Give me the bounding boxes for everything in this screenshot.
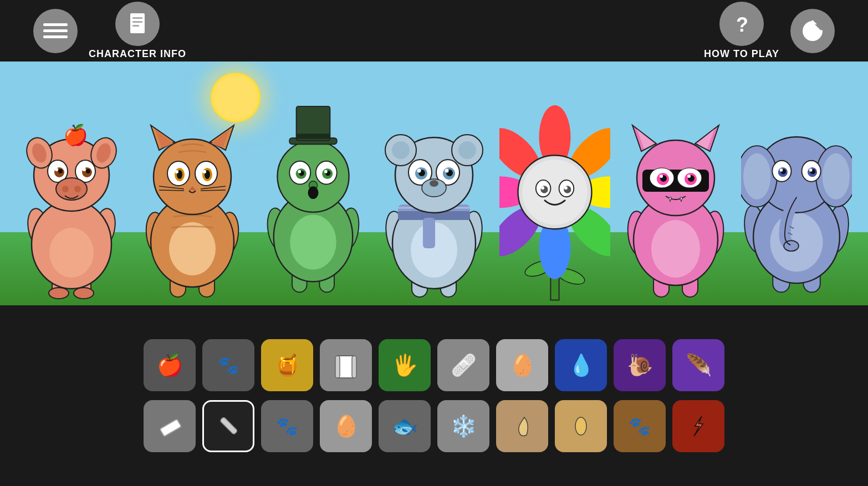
svg-point-91 — [392, 141, 410, 159]
svg-rect-6 — [132, 25, 139, 27]
tool-scroll[interactable] — [320, 339, 372, 391]
svg-line-57 — [201, 190, 226, 191]
svg-point-99 — [417, 169, 421, 173]
svg-point-153 — [743, 153, 770, 199]
svg-point-115 — [522, 160, 588, 225]
tool-honeycomb[interactable]: 🍯 — [261, 339, 313, 391]
tool-cloud[interactable]: ❄️ — [437, 400, 489, 452]
svg-point-39 — [169, 222, 216, 275]
svg-point-71 — [298, 170, 301, 173]
svg-line-55 — [159, 190, 184, 191]
tool-egg-gray[interactable]: 🥚 — [320, 400, 372, 452]
tool-snail[interactable]: 🐌 — [614, 339, 666, 391]
svg-point-162 — [809, 168, 813, 172]
svg-point-72 — [324, 170, 328, 173]
tool-egg[interactable]: 🥚 — [496, 339, 548, 391]
svg-rect-0 — [43, 23, 68, 26]
characters-area: 🍎 — [0, 73, 868, 305]
tool-seed[interactable] — [555, 400, 607, 452]
svg-rect-167 — [335, 356, 340, 378]
svg-point-140 — [660, 175, 663, 178]
svg-point-32 — [74, 186, 81, 192]
svg-point-154 — [823, 153, 850, 199]
svg-point-171 — [575, 417, 586, 435]
svg-text:?: ? — [736, 13, 748, 36]
svg-rect-2 — [43, 35, 68, 38]
pink-cat-character[interactable] — [620, 95, 731, 305]
svg-point-31 — [62, 186, 69, 192]
svg-point-100 — [445, 169, 449, 173]
svg-rect-86 — [423, 218, 435, 248]
svg-point-63 — [290, 215, 336, 270]
reset-button[interactable] — [790, 9, 835, 53]
svg-point-161 — [780, 168, 783, 172]
game-scene: 🍎 — [0, 62, 868, 305]
svg-point-27 — [86, 169, 90, 173]
character-info-button[interactable] — [115, 2, 160, 46]
flower-character[interactable] — [499, 95, 610, 305]
menu-button[interactable] — [33, 9, 78, 53]
svg-point-29 — [83, 168, 86, 171]
tool-green-hand[interactable]: 🖐️ — [379, 339, 431, 391]
svg-point-64 — [277, 141, 349, 212]
bear-character[interactable] — [379, 95, 489, 305]
toolbar: 🍎 🐾 🍯 🖐️ 🩹 🥚 — [0, 305, 868, 486]
pig-character[interactable]: 🍎 — [16, 95, 127, 305]
svg-point-163 — [784, 241, 799, 251]
tool-drop[interactable]: 💧 — [555, 339, 607, 391]
elephant-character[interactable] — [741, 95, 852, 305]
svg-point-26 — [58, 169, 63, 173]
how-to-play-button[interactable]: ? — [719, 2, 764, 46]
character-info-group: CHARACTER INFO — [89, 2, 186, 60]
svg-point-11 — [49, 288, 69, 299]
tool-apple[interactable]: 🍎 — [144, 339, 196, 391]
svg-rect-169 — [160, 419, 181, 437]
svg-rect-170 — [219, 417, 238, 435]
how-to-play-label: HOW TO PLAY — [704, 48, 779, 60]
svg-point-52 — [203, 170, 206, 173]
svg-point-74 — [308, 186, 319, 199]
svg-rect-168 — [352, 356, 356, 378]
toolbar-row-1: 🍎 🐾 🍯 🖐️ 🩹 🥚 — [144, 339, 724, 391]
turtle-character[interactable] — [258, 95, 369, 305]
svg-point-92 — [458, 141, 476, 159]
toolbar-row-2: 🐾 🥚 🐟 ❄️ 🐾 — [144, 400, 724, 452]
tool-claw-tan[interactable] — [496, 400, 548, 452]
svg-point-127 — [651, 220, 700, 278]
svg-point-102 — [430, 180, 438, 187]
tool-eraser[interactable] — [144, 400, 196, 452]
how-to-play-group: ? HOW TO PLAY — [704, 2, 779, 60]
svg-rect-4 — [132, 17, 142, 19]
svg-rect-77 — [297, 134, 330, 139]
tool-bandage[interactable]: 🩹 — [437, 339, 489, 391]
svg-point-12 — [74, 288, 94, 299]
svg-point-120 — [541, 186, 544, 190]
svg-rect-5 — [132, 21, 142, 23]
cat-character[interactable] — [137, 95, 248, 305]
svg-rect-3 — [130, 13, 145, 34]
svg-text:🍎: 🍎 — [63, 123, 88, 147]
tool-knife[interactable] — [202, 400, 254, 452]
tool-feather[interactable]: 🪶 — [672, 339, 724, 391]
top-bar: CHARACTER INFO ? HOW TO PLAY — [0, 0, 868, 62]
svg-point-121 — [564, 186, 568, 190]
svg-point-16 — [49, 228, 94, 278]
tool-paw-gray[interactable]: 🐾 — [261, 400, 313, 452]
right-buttons: ? HOW TO PLAY — [704, 2, 835, 60]
tool-paw-brown[interactable]: 🐾 — [614, 400, 666, 452]
svg-rect-1 — [43, 29, 68, 32]
tool-fishbone[interactable]: 🐟 — [379, 400, 431, 452]
svg-point-30 — [56, 178, 87, 200]
character-info-label: CHARACTER INFO — [89, 48, 186, 60]
left-buttons: CHARACTER INFO — [33, 2, 186, 60]
tool-paw-white[interactable]: 🐾 — [202, 339, 254, 391]
tool-lightning[interactable] — [672, 400, 724, 452]
svg-point-141 — [687, 175, 691, 178]
svg-point-28 — [55, 168, 58, 171]
svg-point-51 — [175, 170, 178, 173]
